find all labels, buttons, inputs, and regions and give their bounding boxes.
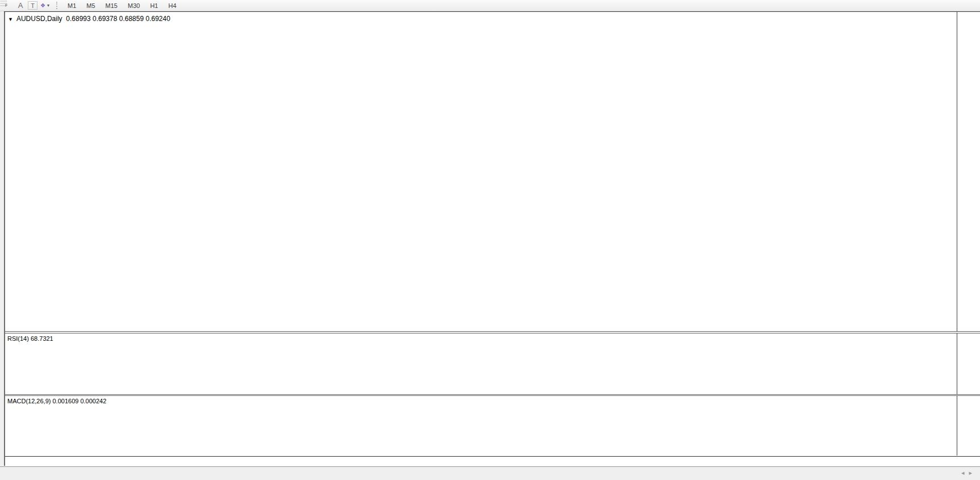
chart-tab-bar xyxy=(0,466,980,480)
text-label-tool-button[interactable]: T xyxy=(28,1,37,10)
macd-label: MACD(12,26,9) 0.001609 0.000242 xyxy=(7,398,106,404)
tab-scroll-right-icon[interactable]: ▸ xyxy=(969,469,977,476)
macd-panel[interactable] xyxy=(5,396,957,456)
chart-symbol: AUDUSD,Daily xyxy=(16,15,62,23)
price-axis[interactable] xyxy=(957,12,980,331)
macd-signal-value: 0.000242 xyxy=(80,398,106,404)
dropdown-caret-icon: ▾ xyxy=(47,3,49,8)
macd-axis[interactable] xyxy=(957,396,980,456)
macd-main-value: 0.001609 xyxy=(52,398,78,404)
arrows-icon: ❖ xyxy=(40,2,45,9)
rsi-panel[interactable] xyxy=(5,333,957,395)
arrows-tool-button[interactable]: ❖ ▾ xyxy=(39,1,51,10)
main-chart-panel[interactable] xyxy=(5,12,957,331)
toolbar-grip xyxy=(56,2,60,9)
svg-text:F: F xyxy=(5,3,7,7)
rsi-chart[interactable] xyxy=(5,333,957,395)
timeframe-button-m5[interactable]: M5 xyxy=(82,1,99,10)
ohlc-open: 0.68993 xyxy=(66,15,90,23)
ohlc-high: 0.69378 xyxy=(93,15,117,23)
tab-scroll-arrows: ◂▸ xyxy=(961,469,977,477)
timeframe-button-h4[interactable]: H4 xyxy=(164,1,181,10)
timeframe-button-m30[interactable]: M30 xyxy=(123,1,144,10)
timeframe-button-m1[interactable]: M1 xyxy=(63,1,81,10)
text-tool-button[interactable]: A xyxy=(14,1,27,10)
chart-title: ▼AUDUSD,Daily 0.68993 0.69378 0.68859 0.… xyxy=(8,15,170,23)
rsi-value: 68.7321 xyxy=(31,335,53,342)
fibonacci-icon: F xyxy=(0,0,9,7)
toolbar: F A T ❖ ▾ M1M5M15M30H1H4 xyxy=(0,0,980,11)
collapse-arrow-icon[interactable]: ▼ xyxy=(8,16,13,22)
timeframe-button-m15[interactable]: M15 xyxy=(101,1,122,10)
date-axis[interactable] xyxy=(5,456,980,466)
candlestick-chart[interactable] xyxy=(5,12,957,331)
timeframe-button-h1[interactable]: H1 xyxy=(145,1,162,10)
rsi-axis[interactable] xyxy=(957,333,980,395)
macd-chart[interactable] xyxy=(5,396,957,456)
tab-scroll-left-icon[interactable]: ◂ xyxy=(961,469,969,476)
ohlc-low: 0.68859 xyxy=(119,15,144,23)
fibonacci-tool-button[interactable]: F xyxy=(1,1,13,10)
rsi-label: RSI(14) 68.7321 xyxy=(7,335,53,342)
ohlc-close: 0.69240 xyxy=(145,15,170,23)
